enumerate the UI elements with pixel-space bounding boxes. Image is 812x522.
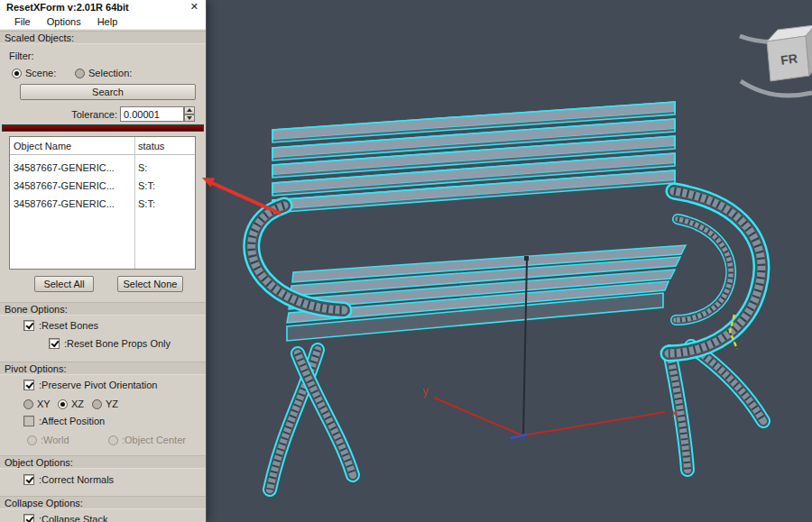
collapse-stack-box: [23, 514, 34, 522]
affect-position-box: [23, 416, 34, 426]
select-all-button[interactable]: Select All: [34, 276, 94, 292]
collapse-stack-label: :Collapse Stack: [39, 514, 107, 522]
bench-back: [272, 102, 675, 213]
radio-world-dot: [27, 435, 37, 445]
correct-normals-label: :Correct Normals: [39, 474, 114, 485]
preserve-pivot-box: [23, 380, 34, 390]
bone-options-header: Bone Options:: [0, 302, 206, 316]
progress-bar: [2, 124, 204, 132]
reset-bone-props-box: [49, 338, 60, 349]
spinner-down-icon[interactable]: [184, 114, 195, 123]
scaled-objects-header: Scaled Objects:: [0, 31, 206, 44]
close-icon[interactable]: ✕: [190, 2, 198, 12]
row-object-name: 34587667-GENERIC...: [14, 159, 133, 177]
tolerance-spinner: [184, 106, 195, 122]
radio-yz[interactable]: YZ: [92, 398, 118, 409]
radio-yz-label: YZ: [106, 398, 118, 409]
reset-bones-label: :Reset Bones: [39, 320, 98, 331]
radio-xy-label: XY: [37, 398, 51, 409]
row-status: S:T:: [138, 195, 155, 213]
object-options-header: Object Options:: [0, 455, 206, 469]
row-object-name: 34587667-GENERIC...: [14, 195, 133, 213]
radio-world: :World: [27, 435, 69, 445]
tolerance-input[interactable]: [120, 106, 184, 122]
checkbox-reset-bones[interactable]: :Reset Bones: [23, 320, 98, 331]
select-none-button[interactable]: Select None: [117, 276, 183, 292]
radio-scene-label: Scene:: [25, 68, 56, 78]
table-row[interactable]: 34587667-GENERIC... S:T:: [10, 195, 195, 213]
search-button[interactable]: Search: [20, 84, 196, 100]
resetxform-dialog: ResetXForm v:2.01R 64bit ✕ File Options …: [0, 0, 207, 522]
bench-legs: [270, 346, 763, 490]
correct-normals-box: [23, 474, 34, 485]
object-list: Object Name status 34587667-GENERIC... S…: [9, 136, 196, 270]
viewcube-face-label: FR: [780, 51, 798, 68]
radio-world-label: :World: [41, 435, 69, 445]
radio-xy[interactable]: XY: [23, 398, 51, 409]
row-status: S:: [138, 159, 147, 177]
radio-object-center-label: :Object Center: [122, 435, 186, 445]
radio-object-center-dot: [108, 435, 118, 445]
preserve-pivot-label: :Preserve Pivot Orientation: [39, 380, 157, 390]
menu-options[interactable]: Options: [47, 16, 81, 27]
reset-bone-props-label: :Reset Bone Props Only: [64, 338, 171, 349]
radio-scene[interactable]: Scene:: [12, 68, 56, 78]
column-object-name[interactable]: Object Name: [14, 137, 71, 155]
viewcube[interactable]: FR: [740, 25, 812, 96]
application-window: x y FR ResetXForm v:2.01R 64bit ✕ File O…: [0, 0, 812, 522]
radio-yz-dot: [92, 399, 102, 409]
object-list-header[interactable]: Object Name status: [10, 137, 195, 155]
row-object-name: 34587667-GENERIC...: [14, 177, 133, 195]
radio-object-center: :Object Center: [108, 435, 186, 445]
bench-armrest-right: [669, 191, 761, 353]
filter-label: Filter:: [9, 50, 34, 61]
checkbox-reset-bone-props[interactable]: :Reset Bone Props Only: [49, 338, 171, 349]
radio-xy-dot: [23, 399, 33, 409]
radio-selection[interactable]: Selection:: [75, 68, 132, 78]
radio-xz-label: XZ: [71, 398, 84, 409]
bench-model[interactable]: [252, 102, 763, 490]
radio-xz-dot: [58, 399, 68, 409]
dialog-body: Scaled Objects: Filter: Scene: Selection…: [0, 30, 206, 522]
bench-armrest-left: [252, 206, 344, 310]
radio-xz[interactable]: XZ: [58, 398, 84, 409]
row-status: S:T:: [138, 177, 155, 195]
radio-scene-dot: [12, 69, 22, 78]
menu-bar: File Options Help: [0, 14, 206, 30]
spinner-up-icon[interactable]: [184, 106, 195, 114]
bench-seat: [287, 245, 686, 341]
menu-file[interactable]: File: [14, 16, 31, 27]
checkbox-preserve-pivot[interactable]: :Preserve Pivot Orientation: [23, 380, 157, 390]
column-status[interactable]: status: [138, 137, 164, 155]
window-title: ResetXForm v:2.01R 64bit: [6, 2, 129, 13]
menu-help[interactable]: Help: [97, 16, 118, 27]
pivot-options-header: Pivot Options:: [0, 362, 206, 375]
window-titlebar[interactable]: ResetXForm v:2.01R 64bit ✕: [0, 0, 206, 14]
table-row[interactable]: 34587667-GENERIC... S:T:: [10, 177, 195, 195]
radio-selection-label: Selection:: [88, 68, 132, 78]
axis-y-label: y: [422, 385, 429, 398]
reset-bones-box: [23, 320, 34, 331]
checkbox-collapse-stack[interactable]: :Collapse Stack: [23, 514, 107, 522]
radio-selection-dot: [75, 69, 85, 78]
axis-x-label: x: [671, 407, 678, 419]
collapse-options-header: Collapse Options:: [0, 496, 206, 509]
checkbox-correct-normals[interactable]: :Correct Normals: [23, 474, 114, 485]
tolerance-label: Tolerance:: [63, 109, 117, 120]
table-row[interactable]: 34587667-GENERIC... S:: [10, 159, 195, 177]
affect-position-label: :Affect Position: [39, 416, 105, 426]
checkbox-affect-position[interactable]: :Affect Position: [23, 416, 105, 426]
